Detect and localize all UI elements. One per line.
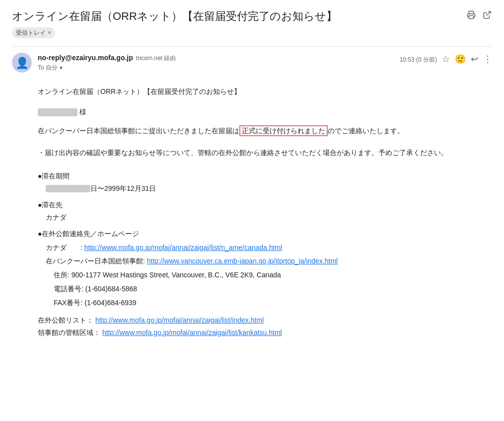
sender-avatar: 👤	[12, 53, 32, 73]
address-row: 住所: 900-1177 West Hastings Street, Vanco…	[38, 269, 492, 281]
sender-top: no-reply@ezairyu.mofa.go.jp tricorn.net …	[38, 53, 400, 63]
email-body: オンライン在留届（ORRネット）【在留届受付完了のお知らせ】 様 在バンクーバー…	[12, 79, 492, 354]
jurisdiction-url-link[interactable]: http://www.mofa.go.jp/mofaj/annai/zaigai…	[102, 329, 282, 337]
address-value: 900-1177 West Hastings Street, Vancouver…	[72, 271, 281, 279]
phone-value: (1-604)684-5868	[85, 285, 137, 293]
stay-period-section: ●滞在期間 日〜2999年12月31日	[38, 171, 492, 194]
address-label: 住所:	[54, 271, 70, 279]
stay-period-label: ●滞在期間	[38, 171, 492, 181]
inbox-tag-label: 受信トレイ	[16, 28, 46, 37]
list-links: 在外公館リスト： http://www.mofa.go.jp/mofaj/ann…	[38, 315, 492, 338]
embassy-label: 在バンクーバー日本国総領事館:	[46, 257, 145, 265]
email-title-section: オンライン在留届（ORRネット）【在留届受付完了のお知らせ】 受信トレイ ×	[12, 8, 466, 38]
fax-value: (1-604)684-6939	[84, 299, 136, 307]
sender-to-label: To 自分	[38, 63, 58, 72]
phone-label: 電話番号:	[54, 285, 83, 293]
canada-label: カナダ :	[46, 244, 82, 252]
timestamp: 10:53 (0 分前)	[400, 55, 437, 64]
main-text-before: 在バンクーバー日本国総領事館にご提出いただきました在留届は	[38, 127, 239, 135]
email-container: オンライン在留届（ORRネット）【在留届受付完了のお知らせ】 受信トレイ ×	[0, 0, 504, 362]
email-header: オンライン在留届（ORRネット）【在留届受付完了のお知らせ】 受信トレイ ×	[12, 8, 492, 42]
stay-period-end: 日〜2999年12月31日	[90, 184, 156, 192]
print-icon[interactable]	[466, 10, 476, 20]
meta-right: 10:53 (0 分前) ☆ 🙂 ↩ ⋮	[400, 53, 492, 66]
header-actions	[466, 8, 492, 20]
open-in-new-icon[interactable]	[482, 10, 492, 20]
emoji-icon[interactable]: 🙂	[455, 53, 466, 66]
canada-row: カナダ : http://www.mofa.go.jp/mofaj/annai/…	[38, 242, 492, 254]
fax-label: FAX番号:	[54, 299, 82, 307]
embassy-url-link[interactable]: http://www.vancouver.ca.emb-japan.go.jp/…	[147, 257, 338, 265]
email-meta: 👤 no-reply@ezairyu.mofa.go.jp tricorn.ne…	[12, 46, 492, 79]
phone-row: 電話番号: (1-604)684-5868	[38, 283, 492, 295]
tag-row: 受信トレイ ×	[12, 27, 466, 38]
stay-location-value: カナダ	[38, 212, 492, 223]
stay-location-label: ●滞在先	[38, 200, 492, 210]
jurisdiction-label: 領事館の管轄区域：	[38, 329, 100, 337]
embassy-section: ●在外公館連絡先／ホームページ カナダ : http://www.mofa.go…	[38, 229, 492, 338]
sender-email: no-reply@ezairyu.mofa.go.jp	[38, 53, 133, 63]
sender-info: no-reply@ezairyu.mofa.go.jp tricorn.net …	[38, 53, 400, 72]
dropdown-icon: ▼	[59, 64, 64, 72]
reply-icon[interactable]: ↩	[471, 53, 478, 66]
jurisdiction-link-row: 領事館の管轄区域： http://www.mofa.go.jp/mofaj/an…	[38, 328, 492, 338]
stay-period-value: 日〜2999年12月31日	[38, 183, 492, 194]
main-text-after: のでご連絡いたします。	[328, 127, 404, 135]
sender-to[interactable]: To 自分 ▼	[38, 63, 400, 72]
note-paragraph: ・届け出内容の確認や重要なお知らせ等について、管轄の在外公館から連絡させていただ…	[38, 147, 492, 159]
list-label: 在外公館リスト：	[38, 316, 93, 324]
list-url-link[interactable]: http://www.mofa.go.jp/mofaj/annai/zaigai…	[95, 316, 264, 324]
stay-period-start-blurred	[46, 185, 90, 192]
avatar-person-icon: 👤	[15, 55, 29, 71]
fax-row: FAX番号: (1-604)684-6939	[38, 297, 492, 309]
highlighted-text: 正式に受け付けられました	[239, 125, 328, 136]
recipient-name-blurred	[38, 108, 77, 116]
stay-location-section: ●滞在先 カナダ	[38, 200, 492, 223]
embassy-contact-label: ●在外公館連絡先／ホームページ	[38, 229, 492, 239]
email-title: オンライン在留届（ORRネット）【在留届受付完了のお知らせ】	[12, 8, 466, 24]
more-options-icon[interactable]: ⋮	[483, 53, 492, 66]
salutation-suffix: 様	[79, 108, 86, 116]
subject-line: オンライン在留届（ORRネット）【在留届受付完了のお知らせ】	[38, 86, 492, 97]
svg-line-1	[487, 11, 491, 15]
main-paragraph: 在バンクーバー日本国総領事館にご提出いただきました在留届は正式に受け付けられまし…	[38, 125, 492, 137]
embassy-url-row: 在バンクーバー日本国総領事館: http://www.vancouver.ca.…	[38, 255, 492, 267]
svg-rect-0	[469, 16, 474, 19]
list-link-row: 在外公館リスト： http://www.mofa.go.jp/mofaj/ann…	[38, 315, 492, 326]
tag-close-icon[interactable]: ×	[48, 28, 51, 37]
inbox-tag[interactable]: 受信トレイ ×	[12, 27, 55, 38]
sender-via: tricorn.net 経由	[136, 54, 176, 63]
canada-url-link[interactable]: http://www.mofa.go.jp/mofaj/annai/zaigai…	[84, 244, 282, 252]
star-icon[interactable]: ☆	[442, 53, 450, 66]
salutation: 様	[38, 107, 492, 117]
